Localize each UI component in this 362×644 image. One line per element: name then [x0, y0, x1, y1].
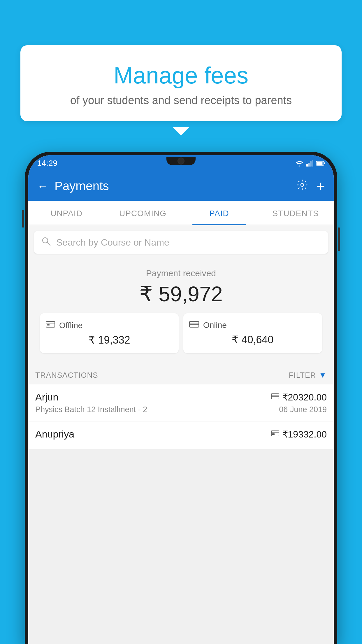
- offline-payment-card: Offline ₹ 19,332: [40, 313, 179, 353]
- status-icons: [295, 160, 325, 167]
- svg-rect-0: [306, 164, 308, 167]
- add-button[interactable]: +: [317, 179, 325, 193]
- battery-icon: [316, 161, 325, 166]
- transaction-name: Arjun: [35, 391, 58, 403]
- power-button: [338, 228, 340, 251]
- transaction-amount-value: ₹19332.00: [282, 429, 327, 440]
- offline-icon: [46, 320, 55, 330]
- transactions-label: TRANSACTIONS: [35, 371, 98, 380]
- app-bar: ← Payments +: [28, 172, 334, 201]
- svg-rect-5: [317, 162, 323, 165]
- online-payment-card: Online ₹ 40,640: [183, 313, 322, 353]
- filter-label: FILTER: [289, 371, 316, 380]
- offline-payment-icon: [271, 430, 279, 439]
- phone-notch: [166, 157, 196, 165]
- offline-card-header: Offline: [46, 320, 173, 330]
- svg-rect-6: [324, 162, 325, 164]
- payment-received-amount: ₹ 59,972: [34, 282, 328, 306]
- tab-paid[interactable]: PAID: [181, 201, 257, 225]
- tooltip-card: Manage fees of your students and send re…: [20, 45, 342, 121]
- svg-rect-1: [308, 163, 310, 167]
- tab-students[interactable]: STUDENTS: [257, 201, 334, 225]
- app-bar-actions: +: [297, 179, 325, 193]
- online-icon: [189, 320, 199, 330]
- svg-point-7: [301, 183, 304, 186]
- app-bar-title: Payments: [55, 179, 297, 193]
- search-icon: [41, 236, 51, 249]
- back-button[interactable]: ←: [37, 180, 49, 193]
- svg-rect-2: [310, 161, 312, 167]
- online-card-header: Online: [189, 320, 316, 330]
- payment-summary: Payment received ₹ 59,972: [28, 260, 334, 366]
- search-placeholder-text: Search by Course or Name: [56, 237, 169, 248]
- transaction-amount: ₹20320.00: [271, 392, 327, 403]
- online-payment-icon: [271, 393, 279, 402]
- tab-unpaid[interactable]: UNPAID: [28, 201, 105, 225]
- transaction-amount: ₹19332.00: [271, 429, 327, 440]
- search-bar[interactable]: Search by Course or Name: [34, 231, 328, 254]
- payment-cards-row: Offline ₹ 19,332: [34, 313, 328, 360]
- status-time: 14:29: [37, 159, 57, 168]
- online-card-type: Online: [203, 321, 227, 330]
- svg-rect-3: [312, 160, 314, 167]
- svg-rect-12: [47, 324, 50, 326]
- signal-icon: [306, 160, 313, 167]
- svg-rect-10: [46, 321, 55, 327]
- transaction-row1: Arjun ₹20320.00: [35, 391, 327, 403]
- transaction-item[interactable]: Anupriya ₹19332.00: [28, 421, 334, 449]
- svg-rect-21: [272, 433, 275, 435]
- transaction-item[interactable]: Arjun ₹20320.00: [28, 384, 334, 421]
- volume-button: [22, 210, 24, 228]
- online-card-amount: ₹ 40,640: [189, 334, 316, 346]
- tooltip-title: Manage fees: [35, 63, 327, 88]
- wifi-icon: [295, 160, 303, 167]
- transactions-header: TRANSACTIONS FILTER ▼: [28, 366, 334, 384]
- payment-received-label: Payment received: [34, 268, 328, 278]
- transaction-name: Anupriya: [35, 428, 74, 440]
- transaction-date: 06 June 2019: [279, 405, 327, 414]
- phone-frame: 14:29: [25, 152, 337, 644]
- filter-icon: ▼: [319, 371, 327, 380]
- settings-button[interactable]: [297, 179, 308, 193]
- transaction-row1: Anupriya ₹19332.00: [35, 428, 327, 440]
- offline-card-type: Offline: [59, 321, 82, 330]
- tabs-bar: UNPAID UPCOMING PAID STUDENTS: [28, 201, 334, 225]
- filter-button[interactable]: FILTER ▼: [289, 371, 327, 380]
- transaction-row2: Physics Batch 12 Installment - 2 06 June…: [35, 405, 327, 414]
- transaction-desc: Physics Batch 12 Installment - 2: [35, 405, 147, 414]
- transaction-amount-value: ₹20320.00: [282, 392, 327, 403]
- front-camera: [178, 158, 184, 164]
- transaction-list: Arjun ₹20320.00: [28, 384, 334, 449]
- content-area: Search by Course or Name Payment receive…: [28, 225, 334, 449]
- tooltip-subtitle: of your students and send receipts to pa…: [35, 94, 327, 107]
- tab-upcoming[interactable]: UPCOMING: [105, 201, 181, 225]
- offline-card-amount: ₹ 19,332: [46, 334, 173, 346]
- svg-rect-19: [271, 431, 279, 436]
- svg-line-9: [47, 242, 50, 245]
- phone-screen: 14:29: [28, 155, 334, 644]
